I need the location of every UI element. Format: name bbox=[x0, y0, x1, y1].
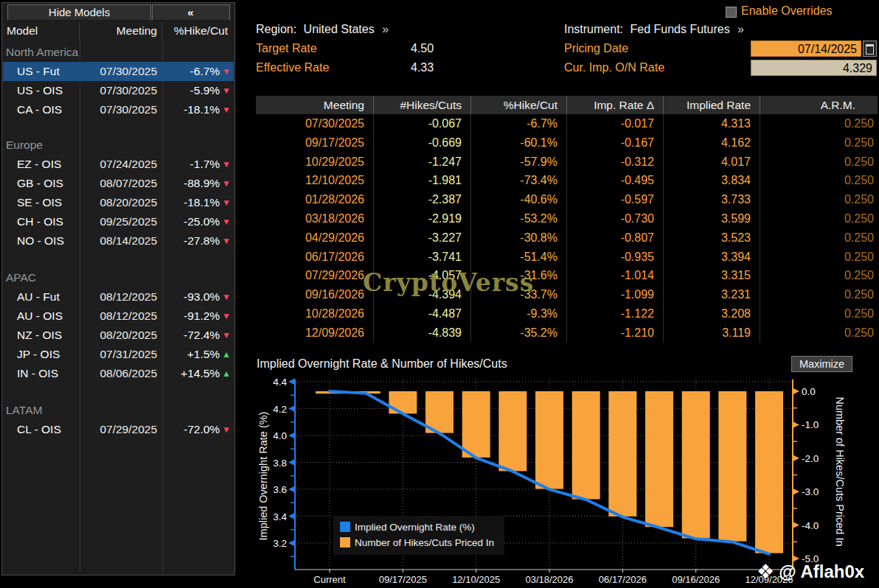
table-cell: 3.394 bbox=[664, 248, 760, 267]
table-cell: 0.250 bbox=[760, 133, 878, 153]
meeting-cell: 07/30/2025 bbox=[80, 62, 162, 81]
table-cell: 0.250 bbox=[760, 304, 878, 323]
table-row: 01/28/2026-2.387-40.6%-0.5973.7330.250 bbox=[256, 190, 878, 209]
model-row[interactable]: NZ - OIS08/20/2025-72.4%▼ bbox=[3, 326, 234, 345]
maximize-button[interactable]: Maximize bbox=[791, 356, 852, 372]
triangle-up-icon: ▲ bbox=[222, 368, 231, 379]
model-cell: AU - Fut bbox=[3, 287, 80, 307]
instrument-value: Fed Funds Futures bbox=[630, 23, 729, 35]
table-cell: 3.733 bbox=[664, 190, 760, 209]
table-cell: -57.9% bbox=[471, 153, 567, 172]
models-list: North AmericaUS - Fut07/30/2025-6.7%▼US … bbox=[3, 40, 234, 439]
table-cell: 06/17/2026 bbox=[256, 248, 374, 267]
svg-text:Implied Overnight Rate (%): Implied Overnight Rate (%) bbox=[355, 522, 475, 533]
model-row[interactable]: US - Fut07/30/2025-6.7%▼ bbox=[3, 62, 234, 81]
x-axis: Current09/17/202512/10/202503/18/202606/… bbox=[295, 570, 793, 585]
table-cell: -2.919 bbox=[374, 209, 471, 228]
table-row: 07/30/2025-0.067-6.7%-0.0174.3130.250 bbox=[256, 114, 878, 133]
table-row: 10/29/2025-1.247-57.9%-0.3124.0170.250 bbox=[256, 153, 878, 172]
model-cell: IN - OIS bbox=[3, 364, 80, 383]
table-cell: -0.167 bbox=[567, 133, 664, 153]
triangle-down-icon: ▼ bbox=[222, 217, 231, 227]
table-cell: -0.312 bbox=[567, 153, 664, 172]
enable-overrides-checkbox[interactable] bbox=[726, 7, 737, 18]
table-cell: -0.495 bbox=[567, 171, 664, 190]
table-cell: -1.247 bbox=[374, 153, 471, 172]
model-row[interactable]: US - OIS07/30/2025-5.9%▼ bbox=[3, 81, 234, 100]
model-row[interactable]: CL - OIS07/29/2025-72.0%▼ bbox=[3, 420, 234, 439]
table-cell: 10/29/2025 bbox=[256, 153, 374, 172]
model-row[interactable]: CH - OIS09/25/2025-25.0%▼ bbox=[3, 212, 234, 231]
meetings-table-header: Meeting#Hikes/Cuts%Hike/CutImp. Rate ΔIm… bbox=[256, 96, 878, 114]
meeting-cell: 07/30/2025 bbox=[80, 100, 162, 119]
triangle-down-icon: ▼ bbox=[222, 292, 231, 302]
table-cell: 3.834 bbox=[664, 171, 760, 190]
enable-overrides-label[interactable]: Enable Overrides bbox=[741, 4, 833, 18]
region-label: Region: bbox=[256, 23, 296, 35]
model-cell: SE - OIS bbox=[3, 193, 80, 212]
model-cell: US - Fut bbox=[3, 62, 80, 81]
model-row[interactable]: CA - OIS07/30/2025-18.1%▼ bbox=[3, 100, 234, 119]
table-cell: -0.067 bbox=[374, 114, 471, 133]
table-column-header: Implied Rate bbox=[664, 96, 760, 114]
hide-models-button[interactable]: Hide Models bbox=[7, 4, 151, 21]
pricing-date-input[interactable]: 07/14/2025 bbox=[751, 41, 861, 57]
model-row[interactable]: EZ - OIS07/24/2025-1.7%▼ bbox=[3, 155, 234, 174]
svg-text:3.2: 3.2 bbox=[273, 538, 287, 549]
triangle-down-icon: ▼ bbox=[222, 197, 231, 208]
model-row[interactable]: GB - OIS08/07/2025-88.9%▼ bbox=[3, 174, 234, 193]
model-cell: US - OIS bbox=[3, 81, 80, 100]
value-cell: -18.1%▼ bbox=[162, 100, 232, 119]
collapse-panel-button[interactable]: « bbox=[152, 4, 230, 21]
column-header-meeting: Meeting bbox=[80, 22, 162, 40]
right-axis: 0.0-1.0-2.0-3.0-4.0-5.0Number of Hikes/C… bbox=[793, 379, 846, 570]
calendar-button[interactable] bbox=[863, 41, 877, 57]
table-cell: 07/29/2026 bbox=[256, 266, 374, 285]
cur-imp-rate-input[interactable]: 4.329 bbox=[751, 60, 877, 76]
table-cell: -9.3% bbox=[471, 304, 567, 323]
model-row[interactable]: AU - Fut08/12/2025-93.0%▼ bbox=[3, 287, 234, 307]
section-label: Europe bbox=[3, 136, 234, 155]
model-row[interactable]: NO - OIS08/14/2025-27.8%▼ bbox=[3, 231, 234, 251]
table-cell: 0.250 bbox=[760, 266, 878, 285]
target-rate-label: Target Rate bbox=[256, 42, 317, 55]
instrument-selector[interactable]: Instrument: Fed Funds Futures » bbox=[564, 23, 744, 36]
svg-text:03/18/2026: 03/18/2026 bbox=[525, 574, 573, 585]
table-row: 03/18/2026-2.919-53.2%-0.7303.5990.250 bbox=[256, 209, 878, 228]
svg-text:-1.0: -1.0 bbox=[802, 419, 819, 430]
table-row: 12/10/2025-1.981-73.4%-0.4953.8340.250 bbox=[256, 171, 878, 190]
column-header-model: Model bbox=[3, 22, 80, 40]
triangle-down-icon: ▼ bbox=[222, 159, 231, 169]
table-cell: 3.119 bbox=[664, 323, 760, 343]
table-cell: -2.387 bbox=[374, 190, 471, 209]
table-row: 07/29/2026-4.057-31.6%-1.0143.3150.250 bbox=[256, 266, 878, 285]
table-cell: 0.250 bbox=[760, 323, 878, 343]
model-row[interactable]: IN - OIS08/06/2025+14.5%▲ bbox=[3, 364, 234, 383]
meeting-cell: 07/29/2025 bbox=[80, 420, 162, 439]
svg-text:Current: Current bbox=[313, 574, 346, 585]
model-row[interactable]: SE - OIS08/20/2025-18.1%▼ bbox=[3, 193, 234, 212]
model-row[interactable]: AU - OIS08/12/2025-91.2%▼ bbox=[3, 307, 234, 326]
table-cell: -60.1% bbox=[471, 133, 567, 153]
table-cell: -0.669 bbox=[374, 133, 471, 153]
region-selector[interactable]: Region: United States » bbox=[256, 23, 389, 36]
value-cell: -93.0%▼ bbox=[162, 287, 232, 307]
model-cell: JP - OIS bbox=[3, 345, 80, 364]
table-cell: 0.250 bbox=[760, 209, 878, 228]
meeting-cell: 08/06/2025 bbox=[80, 364, 162, 383]
table-cell: 4.313 bbox=[664, 114, 760, 133]
table-cell: -0.935 bbox=[567, 248, 664, 267]
table-column-header: %Hike/Cut bbox=[471, 96, 567, 114]
left-axis-title: Implied Overnight Rate (%) bbox=[257, 412, 269, 541]
svg-text:3.6: 3.6 bbox=[273, 484, 287, 495]
svg-text:0.0: 0.0 bbox=[802, 386, 816, 397]
table-cell: 0.250 bbox=[760, 171, 878, 190]
column-header-hikecut: %Hike/Cut bbox=[162, 22, 232, 40]
section-label: APAC bbox=[3, 268, 234, 287]
svg-text:Number of Hikes/Cuts Priced In: Number of Hikes/Cuts Priced In bbox=[355, 537, 494, 548]
chart-legend: Implied Overnight Rate (%)Number of Hike… bbox=[333, 516, 504, 555]
table-column-header: #Hikes/Cuts bbox=[374, 96, 471, 114]
triangle-down-icon: ▼ bbox=[222, 330, 231, 340]
table-cell: 4.017 bbox=[664, 153, 760, 172]
model-row[interactable]: JP - OIS07/31/2025+1.5%▲ bbox=[3, 345, 234, 364]
